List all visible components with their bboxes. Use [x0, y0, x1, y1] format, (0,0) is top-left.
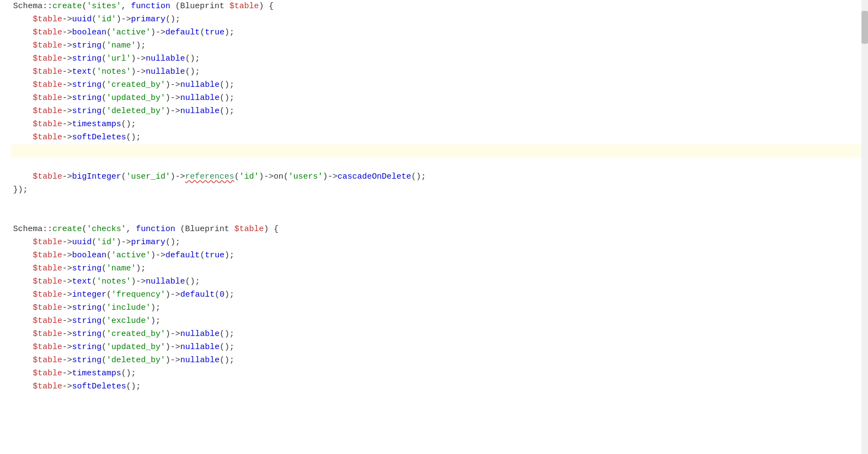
code-line: $table->uuid('id')->primary(); [11, 13, 868, 26]
token: (); [165, 236, 180, 249]
code-line: $table->string('deleted_by')->nullable()… [11, 354, 868, 367]
token: (); [219, 92, 234, 104]
code-line [11, 144, 868, 157]
code-line: $table->integer('frequency')->default(0)… [11, 288, 868, 302]
token: 'active' [111, 249, 151, 262]
token: -> [62, 105, 72, 117]
token: primary [131, 13, 165, 26]
token: Schema:: [13, 223, 52, 235]
token: references [185, 170, 234, 183]
token: 'id' [97, 13, 116, 26]
token: nullable [180, 354, 219, 367]
token: nullable [180, 105, 219, 117]
token: )-> [165, 354, 180, 367]
token: $table [33, 13, 62, 26]
token: (); [185, 52, 200, 65]
code-line [11, 157, 868, 170]
token: )-> [131, 52, 146, 65]
token: string [72, 354, 102, 367]
token: ); [136, 39, 146, 52]
token: )->on( [259, 170, 288, 183]
token: -> [62, 236, 72, 249]
token: -> [62, 52, 72, 65]
token: $table [33, 92, 62, 104]
token: 0 [219, 288, 224, 301]
token: string [72, 52, 102, 65]
token: string [72, 92, 102, 104]
token: softDeletes [72, 131, 126, 144]
token: (); [219, 79, 234, 91]
code-line: Schema::create('checks', function (Bluep… [11, 223, 868, 236]
token: (); [165, 13, 180, 26]
token: , [126, 223, 136, 235]
token: nullable [180, 79, 219, 91]
token: $table [33, 341, 62, 353]
code-line: $table->string('url')->nullable(); [11, 52, 868, 66]
token: (); [411, 170, 426, 183]
token: )-> [165, 105, 180, 117]
code-line: $table->string('updated_by')->nullable()… [11, 341, 868, 354]
token: -> [62, 328, 72, 340]
token: $table [33, 66, 62, 78]
token: -> [62, 39, 72, 52]
token: nullable [146, 52, 185, 65]
token: )-> [131, 66, 146, 78]
token: ); [224, 26, 234, 39]
token: ( [106, 249, 111, 262]
scrollbar-track[interactable] [861, 0, 868, 454]
token: 'deleted_by' [106, 354, 165, 367]
token: string [72, 341, 102, 353]
token: ( [121, 170, 126, 183]
token: text [72, 66, 92, 78]
token: ( [106, 288, 111, 301]
token: string [72, 262, 102, 275]
token: -> [62, 380, 72, 393]
token: primary [131, 236, 165, 249]
token: 'include' [106, 302, 151, 314]
token: boolean [72, 249, 106, 262]
token: (); [219, 328, 234, 340]
token: default [165, 249, 200, 262]
token: function [131, 0, 170, 13]
token: 'user_id' [126, 170, 170, 183]
code-line: $table->boolean('active')->default(true)… [11, 249, 868, 262]
code-line: $table->text('notes')->nullable(); [11, 66, 868, 79]
token: (); [185, 275, 200, 288]
token: true [205, 26, 224, 39]
token: ( [200, 249, 205, 262]
token: ( [200, 26, 205, 39]
code-line: $table->softDeletes(); [11, 131, 868, 144]
token: $table [33, 302, 62, 314]
token: -> [62, 367, 72, 380]
token: 'exclude' [106, 315, 151, 327]
token: ( [92, 275, 97, 288]
scrollbar-thumb[interactable] [861, 11, 868, 44]
token: 'checks' [87, 223, 126, 235]
token: ) { [264, 223, 278, 235]
token: )-> [165, 92, 180, 104]
token: bigInteger [72, 170, 121, 183]
token: (); [219, 354, 234, 367]
token: $table [33, 105, 62, 117]
token: 'id' [97, 236, 116, 249]
code-line: $table->boolean('active')->default(true)… [11, 26, 868, 39]
token: timestamps [72, 118, 121, 131]
token: uuid [72, 236, 92, 249]
token: 'users' [288, 170, 323, 183]
token: -> [62, 288, 72, 301]
token: default [165, 26, 200, 39]
token: -> [62, 249, 72, 262]
code-line: $table->string('created_by')->nullable()… [11, 79, 868, 92]
token: $table [33, 380, 62, 393]
code-line: $table->uuid('id')->primary(); [11, 236, 868, 249]
code-line [11, 197, 868, 210]
token: -> [62, 26, 72, 39]
token: nullable [180, 341, 219, 353]
code-line: $table->string('name'); [11, 262, 868, 275]
token: ); [224, 249, 234, 262]
code-line: $table->string('include'); [11, 302, 868, 315]
token: (); [219, 341, 234, 353]
token: 'notes' [97, 275, 131, 288]
token: $table [33, 52, 62, 65]
token: $table [33, 118, 62, 131]
